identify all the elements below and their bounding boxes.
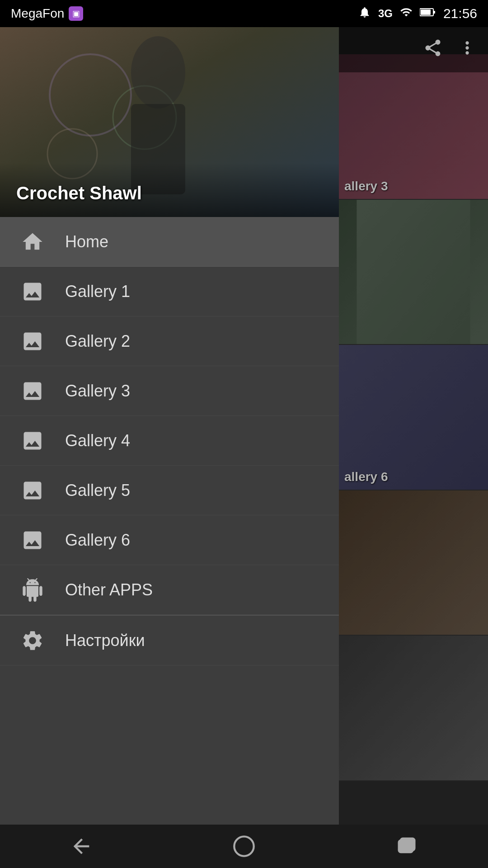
svg-rect-1 [433,11,435,14]
nav-item-gallery6[interactable]: Gallery 6 [0,515,339,565]
carrier-name: MegaFon [11,6,64,21]
home-nav-button[interactable] [226,828,262,864]
alarm-icon [358,6,371,22]
nav-item-gallery6-label: Gallery 6 [65,531,130,550]
home-icon [16,226,49,258]
gallery2-icon [16,325,49,358]
settings-icon [16,624,49,657]
gallery6-icon [16,524,49,557]
gallery5-icon [16,474,49,507]
drawer-header-title: Crochet Shawl [16,183,142,203]
gallery4-icon [16,425,49,457]
battery-icon [420,6,436,22]
navigation-drawer: Crochet Shawl Home Gallery 1 Gallery 2 [0,27,339,825]
svg-rect-2 [421,9,431,15]
status-bar: MegaFon ▣ 3G 21:56 [0,0,488,27]
carrier-icon: ▣ [69,6,83,21]
svg-point-14 [234,836,253,856]
nav-item-settings[interactable]: Настройки [0,616,339,665]
nav-item-gallery2[interactable]: Gallery 2 [0,316,339,366]
nav-item-home[interactable]: Home [0,217,339,267]
recents-button[interactable] [389,828,425,864]
carrier-info: MegaFon ▣ [11,6,83,21]
nav-item-gallery5[interactable]: Gallery 5 [0,466,339,515]
gallery1-icon [16,275,49,308]
drawer-header: Crochet Shawl [0,27,339,217]
nav-item-gallery3[interactable]: Gallery 3 [0,366,339,416]
nav-item-gallery4[interactable]: Gallery 4 [0,416,339,466]
drawer-menu: Home Gallery 1 Gallery 2 Gallery 3 [0,217,339,825]
status-right: 3G 21:56 [358,6,477,22]
nav-item-gallery3-label: Gallery 3 [65,382,130,401]
svg-rect-16 [401,839,414,850]
back-button[interactable] [63,828,99,864]
svg-point-12 [131,36,185,108]
nav-item-otherapps[interactable]: Other APPS [0,565,339,615]
nav-item-gallery4-label: Gallery 4 [65,431,130,450]
nav-item-home-label: Home [65,232,108,251]
bottom-nav-bar [0,825,488,868]
android-icon [16,574,49,606]
nav-item-gallery2-label: Gallery 2 [65,332,130,351]
time-display: 21:56 [443,6,477,21]
nav-item-gallery1-label: Gallery 1 [65,282,130,301]
nav-item-settings-label: Настройки [65,631,145,650]
gallery3-icon [16,375,49,407]
nav-item-otherapps-label: Other APPS [65,580,153,599]
nav-item-gallery1[interactable]: Gallery 1 [0,267,339,316]
signal-icon [400,6,413,22]
nav-item-gallery5-label: Gallery 5 [65,481,130,500]
network-badge: 3G [378,7,393,20]
